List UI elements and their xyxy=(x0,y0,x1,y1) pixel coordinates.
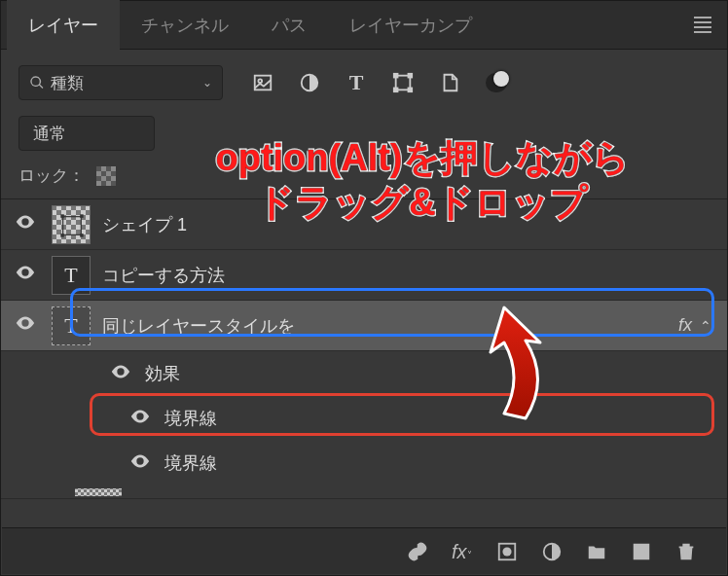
visibility-toggle[interactable] xyxy=(11,262,40,288)
adjustment-layer-icon[interactable] xyxy=(541,541,563,562)
filter-type-dropdown[interactable]: 種類 ⌄ xyxy=(18,65,223,100)
tab-layers[interactable]: レイヤー xyxy=(7,0,120,51)
layers-list: シェイプ 1 T コピーする方法 T 同じレイヤースタイルを fx ⌃ 効果 xyxy=(1,198,727,499)
filter-type-icon[interactable]: T xyxy=(346,72,367,93)
filter-row: 種類 ⌄ T xyxy=(1,50,727,108)
blend-mode-dropdown[interactable]: 通常 xyxy=(18,116,155,151)
new-layer-icon[interactable] xyxy=(631,541,652,562)
effect-name: 境界線 xyxy=(164,451,217,475)
effect-name: 境界線 xyxy=(164,407,217,430)
new-group-icon[interactable] xyxy=(586,541,607,562)
effect-stroke-2[interactable]: 境界線 xyxy=(1,441,727,486)
layer-mask-icon[interactable] xyxy=(496,541,518,562)
type-layer-icon: T xyxy=(64,313,77,339)
visibility-toggle[interactable] xyxy=(11,312,40,339)
eye-icon xyxy=(15,312,36,334)
effects-header[interactable]: 効果 xyxy=(1,351,727,396)
delete-layer-icon[interactable] xyxy=(675,541,697,562)
filter-shape-icon[interactable] xyxy=(392,72,414,93)
blend-mode-label: 通常 xyxy=(33,123,66,145)
lock-transparency-icon[interactable] xyxy=(96,166,116,186)
svg-rect-9 xyxy=(60,214,64,218)
layers-panel: レイヤー チャンネル パス レイヤーカンプ 種類 ⌄ T 通常 ロッ xyxy=(0,0,728,576)
layer-thumbnail[interactable]: T xyxy=(52,256,91,295)
effects-label: 効果 xyxy=(145,362,180,385)
visibility-toggle[interactable] xyxy=(11,211,40,237)
tab-paths[interactable]: パス xyxy=(250,0,328,51)
layers-bottom-toolbar: fx˅ xyxy=(2,527,726,574)
lock-row: ロック： xyxy=(1,159,727,198)
filter-smartobject-icon[interactable] xyxy=(439,72,460,93)
visibility-toggle[interactable] xyxy=(126,406,155,432)
effect-stroke-1[interactable]: 境界線 xyxy=(1,396,727,441)
effects-collapse-icon[interactable]: ⌃ xyxy=(700,318,711,334)
layer-row-partial[interactable] xyxy=(1,486,727,499)
layer-thumbnail[interactable]: T xyxy=(52,306,91,345)
visibility-toggle[interactable] xyxy=(106,361,135,387)
layer-row-same-style[interactable]: T 同じレイヤースタイルを fx ⌃ xyxy=(1,301,727,351)
lock-label: ロック： xyxy=(18,164,85,187)
eye-icon xyxy=(15,211,36,233)
shape-path-icon xyxy=(56,210,88,241)
svg-rect-6 xyxy=(394,89,398,92)
svg-rect-5 xyxy=(409,74,413,78)
layer-row-shape[interactable]: シェイプ 1 xyxy=(1,199,727,250)
svg-point-1 xyxy=(258,79,262,83)
tab-bar: レイヤー チャンネル パス レイヤーカンプ xyxy=(1,1,727,50)
layer-thumbnail[interactable] xyxy=(52,205,91,244)
search-icon xyxy=(29,75,45,90)
layer-style-icon[interactable]: fx˅ xyxy=(452,541,473,562)
panel-menu-icon[interactable] xyxy=(694,14,711,36)
blend-row: 通常 xyxy=(1,108,727,159)
layer-name[interactable]: コピーする方法 xyxy=(102,264,727,287)
eye-icon xyxy=(15,262,36,283)
svg-rect-10 xyxy=(80,214,84,218)
filter-type-label: 種類 xyxy=(45,72,199,94)
filter-toggle[interactable] xyxy=(486,72,507,93)
link-layers-icon[interactable] xyxy=(407,541,428,562)
svg-rect-8 xyxy=(63,216,82,234)
filter-image-icon[interactable] xyxy=(252,72,273,93)
svg-rect-7 xyxy=(409,89,413,92)
tab-channels[interactable]: チャンネル xyxy=(120,0,250,51)
svg-rect-12 xyxy=(80,234,84,237)
layer-row-copy-method[interactable]: T コピーする方法 xyxy=(1,250,727,301)
eye-icon xyxy=(129,450,151,472)
fx-badge[interactable]: fx xyxy=(678,315,692,336)
filter-icons: T xyxy=(252,72,507,93)
layer-name[interactable]: シェイプ 1 xyxy=(102,213,727,236)
eye-icon xyxy=(129,406,151,427)
tab-layer-comps[interactable]: レイヤーカンプ xyxy=(328,0,493,51)
type-layer-icon: T xyxy=(64,263,77,288)
svg-point-14 xyxy=(502,547,511,556)
filter-adjustment-icon[interactable] xyxy=(299,72,320,93)
eye-icon xyxy=(110,361,131,382)
svg-rect-4 xyxy=(394,74,398,78)
chevron-down-icon: ⌄ xyxy=(202,76,212,90)
svg-rect-11 xyxy=(60,234,64,237)
visibility-toggle[interactable] xyxy=(126,450,155,477)
layer-thumbnail-partial xyxy=(75,488,122,496)
layer-name[interactable]: 同じレイヤースタイルを xyxy=(102,314,678,338)
